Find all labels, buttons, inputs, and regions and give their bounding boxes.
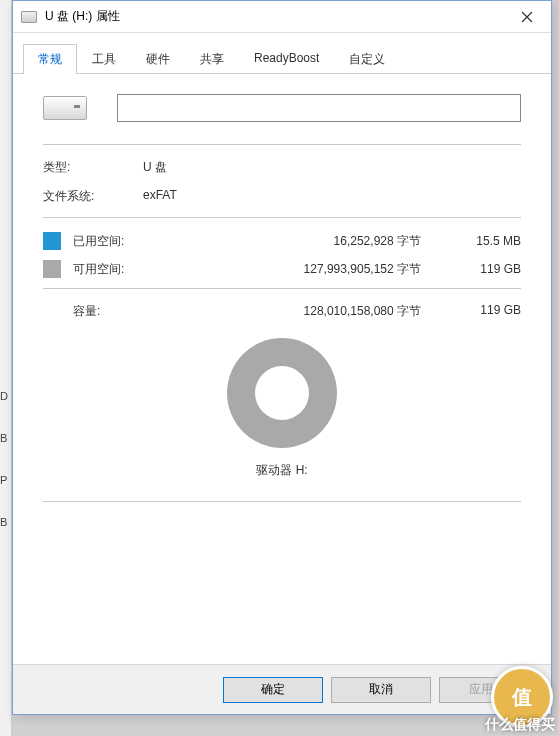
- tab-custom[interactable]: 自定义: [334, 44, 400, 74]
- volume-label-input[interactable]: [117, 94, 521, 122]
- type-value: U 盘: [143, 159, 167, 176]
- tab-content-general: 类型: U 盘 文件系统: exFAT 已用空间: 16,252,928 字节 …: [13, 74, 551, 526]
- close-icon: [521, 11, 533, 23]
- properties-dialog: U 盘 (H:) 属性 常规 工具 硬件 共享 ReadyBoost 自定义 类…: [12, 0, 552, 715]
- used-bytes: 16,252,928 字节: [151, 233, 451, 250]
- free-swatch-icon: [43, 260, 61, 278]
- tab-bar: 常规 工具 硬件 共享 ReadyBoost 自定义: [13, 33, 551, 74]
- separator: [43, 217, 521, 218]
- capacity-label: 容量:: [43, 303, 151, 320]
- filesystem-value: exFAT: [143, 188, 177, 205]
- drive-label: 驱动器 H:: [43, 462, 521, 479]
- separator: [43, 501, 521, 502]
- type-label: 类型:: [43, 159, 143, 176]
- tab-readyboost[interactable]: ReadyBoost: [239, 44, 334, 74]
- titlebar: U 盘 (H:) 属性: [13, 1, 551, 33]
- free-human: 119 GB: [451, 262, 521, 276]
- usage-chart: 驱动器 H:: [43, 338, 521, 479]
- used-human: 15.5 MB: [451, 234, 521, 248]
- close-button[interactable]: [504, 3, 549, 31]
- drive-large-icon: [43, 96, 87, 120]
- cancel-button[interactable]: 取消: [331, 677, 431, 703]
- separator: [43, 144, 521, 145]
- free-bytes: 127,993,905,152 字节: [151, 261, 451, 278]
- used-label: 已用空间:: [73, 233, 151, 250]
- background-strip: DBPB: [0, 0, 12, 736]
- apply-button[interactable]: 应用(A): [439, 677, 539, 703]
- ok-button[interactable]: 确定: [223, 677, 323, 703]
- free-label: 可用空间:: [73, 261, 151, 278]
- watermark-text: 什么值得买: [485, 716, 555, 734]
- used-swatch-icon: [43, 232, 61, 250]
- capacity-bytes: 128,010,158,080 字节: [151, 303, 451, 320]
- capacity-human: 119 GB: [451, 303, 521, 320]
- separator: [43, 288, 521, 289]
- pie-chart-icon: [227, 338, 337, 448]
- tab-sharing[interactable]: 共享: [185, 44, 239, 74]
- filesystem-label: 文件系统:: [43, 188, 143, 205]
- tab-general[interactable]: 常规: [23, 44, 77, 74]
- button-bar: 确定 取消 应用(A): [13, 664, 551, 714]
- drive-icon: [21, 11, 37, 23]
- tab-tools[interactable]: 工具: [77, 44, 131, 74]
- tab-hardware[interactable]: 硬件: [131, 44, 185, 74]
- window-title: U 盘 (H:) 属性: [45, 8, 504, 25]
